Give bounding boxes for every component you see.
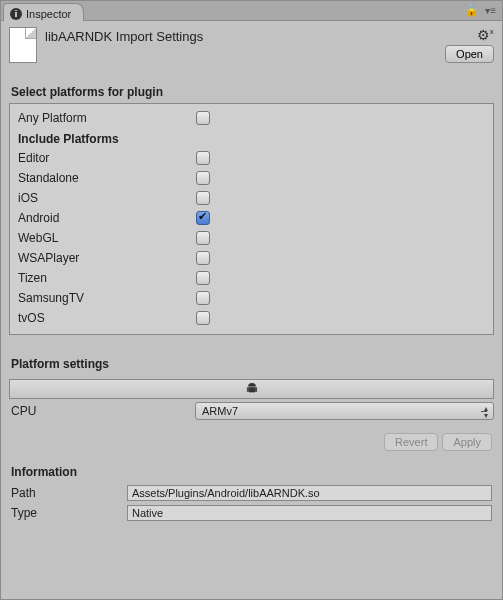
platform-label: Standalone (16, 171, 196, 185)
section-title-platforms: Select platforms for plugin (1, 77, 502, 103)
cpu-label: CPU (9, 404, 189, 418)
platform-list: EditorStandaloneiOSAndroidWebGLWSAPlayer… (16, 148, 487, 328)
platform-checkbox[interactable] (196, 271, 210, 285)
platform-tab-header[interactable] (9, 379, 494, 399)
platforms-box: Any Platform Include Platforms EditorSta… (9, 103, 494, 335)
platform-label: iOS (16, 191, 196, 205)
tab-menu-icon[interactable]: ▾≡ (485, 5, 496, 16)
revert-button[interactable]: Revert (384, 433, 438, 451)
platform-checkbox[interactable] (196, 311, 210, 325)
platform-row: SamsungTV (16, 288, 487, 308)
info-type-row: Type Native (11, 503, 492, 523)
any-platform-row: Any Platform (16, 108, 487, 128)
info-path-label: Path (11, 486, 121, 500)
file-icon (9, 27, 37, 63)
android-icon (245, 381, 259, 398)
tab-bar: i Inspector 🔒 ▾≡ (1, 1, 502, 21)
platform-label: WSAPlayer (16, 251, 196, 265)
platform-row: tvOS (16, 308, 487, 328)
platform-checkbox[interactable] (196, 251, 210, 265)
include-platforms-header: Include Platforms (16, 128, 487, 148)
any-platform-label: Any Platform (16, 111, 196, 125)
platform-checkbox[interactable] (196, 211, 210, 225)
platform-label: WebGL (16, 231, 196, 245)
info-type-value: Native (127, 505, 492, 521)
platform-label: SamsungTV (16, 291, 196, 305)
info-path-value: Assets/Plugins/Android/libAARNDK.so (127, 485, 492, 501)
section-title-platform-settings: Platform settings (1, 349, 502, 375)
platform-checkbox[interactable] (196, 191, 210, 205)
apply-revert-row: Revert Apply (1, 423, 502, 457)
platform-row: Standalone (16, 168, 487, 188)
platform-label: Tizen (16, 271, 196, 285)
platform-checkbox[interactable] (196, 291, 210, 305)
platform-label: Android (16, 211, 196, 225)
platform-row: WebGL (16, 228, 487, 248)
tab-inspector[interactable]: i Inspector (3, 3, 84, 21)
cpu-dropdown[interactable]: ARMv7 ▴▾ (195, 402, 494, 420)
platform-checkbox[interactable] (196, 171, 210, 185)
platform-label: Editor (16, 151, 196, 165)
platform-row: Tizen (16, 268, 487, 288)
apply-button[interactable]: Apply (442, 433, 492, 451)
platform-row: Editor (16, 148, 487, 168)
platform-row: Android (16, 208, 487, 228)
inspector-panel: i Inspector 🔒 ▾≡ libAARNDK Import Settin… (0, 0, 503, 600)
info-path-row: Path Assets/Plugins/Android/libAARNDK.so (11, 483, 492, 503)
platform-row: iOS (16, 188, 487, 208)
tab-label: Inspector (26, 8, 71, 20)
platform-row: WSAPlayer (16, 248, 487, 268)
platform-checkbox[interactable] (196, 231, 210, 245)
gear-icon[interactable]: ⚙⁎ (477, 27, 494, 43)
any-platform-checkbox[interactable] (196, 111, 210, 125)
open-button[interactable]: Open (445, 45, 494, 63)
info-type-label: Type (11, 506, 121, 520)
info-icon: i (10, 8, 22, 20)
platform-checkbox[interactable] (196, 151, 210, 165)
asset-title: libAARNDK Import Settings (45, 27, 494, 44)
section-title-information: Information (1, 457, 502, 483)
asset-header: libAARNDK Import Settings ⚙⁎ Open (1, 21, 502, 65)
cpu-value: ARMv7 (202, 405, 238, 417)
platform-label: tvOS (16, 311, 196, 325)
lock-icon[interactable]: 🔒 (464, 3, 479, 17)
cpu-row: CPU ARMv7 ▴▾ (9, 399, 494, 423)
